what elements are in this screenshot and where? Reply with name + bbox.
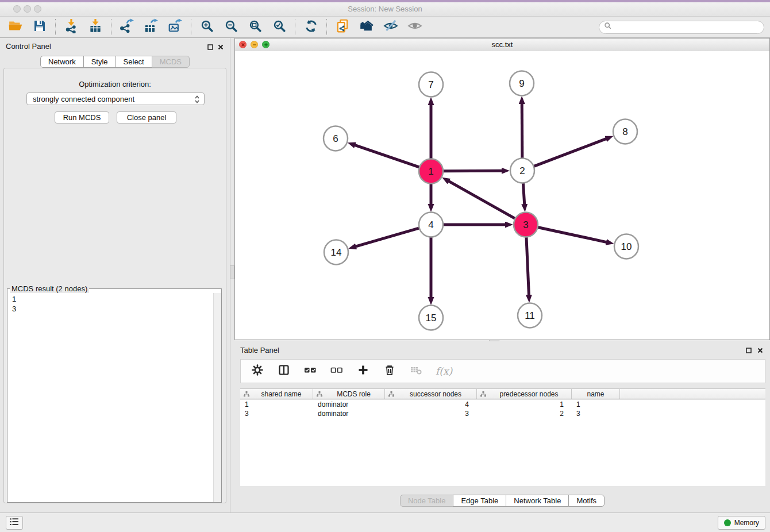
control-panel-close-button[interactable] bbox=[217, 43, 225, 51]
import-network-button[interactable] bbox=[61, 18, 82, 36]
tab-edge-table[interactable]: Edge Table bbox=[453, 495, 506, 507]
cell-mcds-role[interactable]: dominator bbox=[313, 410, 385, 418]
criterion-dropdown[interactable]: strongly connected component bbox=[26, 92, 205, 105]
svg-text:4: 4 bbox=[428, 219, 433, 230]
edge-3-11[interactable] bbox=[526, 237, 529, 295]
search-input[interactable] bbox=[615, 22, 764, 32]
cell-name[interactable]: 1 bbox=[572, 400, 620, 408]
cell-predecessor-nodes[interactable]: 1 bbox=[477, 400, 572, 408]
tab-motifs[interactable]: Motifs bbox=[568, 495, 605, 507]
table-panel-float-button[interactable] bbox=[745, 346, 753, 354]
delete-column-button[interactable] bbox=[383, 364, 396, 378]
apply-function-button[interactable]: f(x) bbox=[436, 364, 452, 378]
table-row-2[interactable]: 3dominator323 bbox=[240, 409, 765, 418]
search-icon bbox=[604, 22, 612, 32]
tab-select[interactable]: Select bbox=[116, 56, 152, 68]
column-header-predecessor-nodes[interactable]: predecessor nodes bbox=[477, 389, 572, 399]
network-canvas[interactable]: 7968124314101511 bbox=[235, 51, 769, 340]
graph-node-10[interactable]: 10 bbox=[614, 234, 638, 259]
graph-node-9[interactable]: 9 bbox=[510, 71, 534, 96]
graph-node-4[interactable]: 4 bbox=[419, 213, 443, 237]
export-table-button[interactable] bbox=[141, 18, 161, 36]
column-header-shared-name[interactable]: shared name bbox=[240, 389, 313, 399]
export-image-icon bbox=[168, 18, 183, 36]
import-table-button[interactable] bbox=[85, 18, 106, 36]
graph-node-6[interactable]: 6 bbox=[324, 126, 348, 151]
control-panel-float-button[interactable] bbox=[206, 43, 214, 51]
table-row-1[interactable]: 1dominator411 bbox=[240, 400, 765, 409]
cell-successor-nodes[interactable]: 3 bbox=[385, 410, 477, 418]
select-all-columns-button[interactable] bbox=[303, 364, 317, 378]
deselect-all-columns-button[interactable] bbox=[330, 364, 344, 378]
edge-2-8[interactable] bbox=[534, 138, 607, 166]
control-panel-tabs: NetworkStyleSelectMCDS bbox=[40, 56, 190, 68]
memory-button[interactable]: Memory bbox=[718, 516, 765, 530]
show-panel-list-button[interactable] bbox=[6, 516, 23, 530]
graph-node-14[interactable]: 14 bbox=[324, 240, 348, 265]
zoom-selected-button[interactable] bbox=[269, 18, 290, 36]
cell-mcds-role[interactable]: dominator bbox=[313, 400, 385, 408]
columns-icon bbox=[278, 364, 290, 378]
search-field[interactable] bbox=[599, 21, 764, 34]
cell-name[interactable]: 3 bbox=[572, 410, 620, 418]
import-table-icon bbox=[88, 18, 103, 36]
show-all-button[interactable] bbox=[405, 18, 425, 36]
edge-2-3[interactable] bbox=[523, 183, 524, 205]
graph-node-7[interactable]: 7 bbox=[419, 72, 443, 97]
export-network-button[interactable] bbox=[117, 18, 137, 36]
column-header-name[interactable]: name bbox=[572, 389, 620, 399]
edge-1-6[interactable] bbox=[355, 145, 419, 167]
hide-selected-button[interactable] bbox=[380, 18, 401, 36]
graph-node-2[interactable]: 2 bbox=[510, 159, 534, 183]
graph-node-15[interactable]: 15 bbox=[419, 306, 443, 330]
open-session-button[interactable] bbox=[5, 18, 26, 36]
cell-predecessor-nodes[interactable]: 2 bbox=[477, 410, 572, 418]
application-window: Session: New Session Control Panel bbox=[0, 0, 770, 532]
close-panel-button[interactable]: Close panel bbox=[117, 111, 176, 124]
show-columns-button[interactable] bbox=[277, 364, 291, 378]
network-frame-titlebar[interactable]: scc.txt bbox=[235, 38, 769, 52]
criterion-dropdown-value: strongly connected component bbox=[33, 95, 134, 103]
edge-2-9[interactable] bbox=[522, 103, 522, 159]
table-panel-close-button[interactable] bbox=[756, 346, 764, 354]
mcds-result-scrollbar[interactable] bbox=[213, 293, 221, 502]
edge-4-14[interactable] bbox=[356, 228, 419, 246]
vertical-splitter-grip[interactable] bbox=[230, 265, 234, 279]
new-network-view-button[interactable] bbox=[332, 18, 353, 36]
zoom-out-button[interactable] bbox=[221, 18, 241, 36]
graph-node-8[interactable]: 8 bbox=[613, 119, 637, 144]
zoom-fit-button[interactable] bbox=[245, 18, 265, 36]
export-image-button[interactable] bbox=[165, 18, 186, 36]
delete-table-button[interactable] bbox=[409, 364, 423, 378]
tab-network[interactable]: Network bbox=[40, 56, 84, 68]
svg-text:11: 11 bbox=[525, 310, 535, 321]
svg-text:6: 6 bbox=[333, 133, 338, 144]
cell-shared-name[interactable]: 3 bbox=[240, 410, 313, 418]
edge-3-10[interactable] bbox=[538, 227, 607, 242]
save-session-button[interactable] bbox=[29, 18, 50, 36]
graph-node-3[interactable]: 3 bbox=[514, 213, 538, 237]
edge-3-1[interactable] bbox=[448, 181, 515, 219]
run-mcds-button[interactable]: Run MCDS bbox=[55, 111, 109, 124]
tab-network-table[interactable]: Network Table bbox=[506, 495, 569, 507]
edge-1-2[interactable] bbox=[443, 171, 502, 171]
table-settings-button[interactable] bbox=[251, 364, 264, 378]
add-column-button[interactable] bbox=[356, 364, 370, 378]
svg-text:1: 1 bbox=[428, 166, 433, 177]
float-icon bbox=[207, 44, 213, 50]
refresh-button[interactable] bbox=[301, 18, 321, 36]
column-header-mcds-role[interactable]: MCDS role bbox=[313, 389, 385, 399]
cell-shared-name[interactable]: 1 bbox=[240, 400, 313, 408]
graph-node-11[interactable]: 11 bbox=[518, 303, 542, 328]
tab-style[interactable]: Style bbox=[83, 56, 116, 68]
cell-successor-nodes[interactable]: 4 bbox=[385, 400, 477, 408]
column-header-successor-nodes[interactable]: successor nodes bbox=[385, 389, 477, 399]
window-titlebar[interactable]: Session: New Session bbox=[0, 2, 770, 17]
graph-node-1[interactable]: 1 bbox=[419, 159, 443, 184]
tab-mcds[interactable]: MCDS bbox=[152, 56, 190, 68]
refresh-icon bbox=[304, 19, 318, 36]
zoom-in-button[interactable] bbox=[197, 18, 217, 36]
float-icon bbox=[746, 348, 752, 353]
tab-node-table[interactable]: Node Table bbox=[400, 495, 454, 507]
home-button[interactable] bbox=[356, 18, 377, 36]
